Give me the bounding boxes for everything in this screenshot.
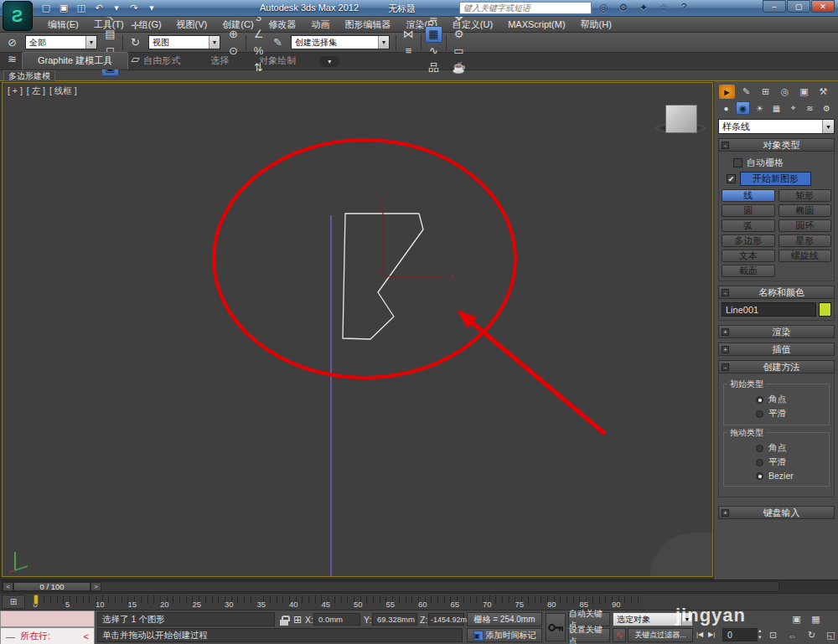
align-icon[interactable]: ≡ bbox=[400, 43, 417, 59]
menu-item[interactable]: 编辑(E) bbox=[40, 17, 86, 32]
geometry-category[interactable]: ● bbox=[719, 101, 733, 115]
curve-editor-icon[interactable]: ∿ bbox=[425, 43, 442, 59]
new-file-icon[interactable]: ▢ bbox=[39, 2, 54, 14]
start-new-shape-label[interactable]: 开始新图形 bbox=[740, 172, 811, 186]
close-button[interactable]: ✕ bbox=[811, 0, 835, 13]
drag-type-radio[interactable]: Bezier bbox=[756, 471, 825, 481]
frame-spinner[interactable]: ▴▾ bbox=[758, 627, 762, 641]
select-by-name-icon[interactable]: ▤ bbox=[101, 26, 119, 43]
render-icon[interactable]: ☕ bbox=[450, 59, 468, 76]
mirror-icon[interactable]: ⋈ bbox=[400, 26, 417, 43]
viewport-shading-menu[interactable]: [ 线框 ] bbox=[49, 85, 77, 97]
ribbon-collapse-icon[interactable]: ▾ bbox=[319, 56, 339, 67]
selection-lock-icon[interactable] bbox=[280, 620, 288, 626]
render-setup-icon[interactable]: ⚙ bbox=[450, 26, 468, 43]
name-color-rollout-header[interactable]: - 名称和颜色 bbox=[718, 286, 835, 299]
shape-button[interactable]: 线 bbox=[722, 189, 775, 202]
maximize-viewport-icon[interactable]: ◱ bbox=[822, 628, 838, 642]
current-frame-field[interactable]: 0 bbox=[722, 628, 758, 641]
redo-caret-icon[interactable]: ▾ bbox=[144, 2, 159, 14]
ribbon-tab[interactable]: Graphite 建模工具 bbox=[22, 52, 128, 70]
previous-key-button[interactable]: |◀ bbox=[696, 631, 703, 638]
modify-tab[interactable]: ✎ bbox=[738, 85, 754, 99]
autogrid-checkbox[interactable] bbox=[733, 158, 742, 167]
current-frame-marker[interactable] bbox=[34, 595, 39, 605]
shapes-category[interactable]: ◉ bbox=[736, 101, 750, 115]
creation-method-rollout-header[interactable]: - 创建方法 bbox=[718, 360, 835, 374]
undo-caret-icon[interactable]: ▾ bbox=[109, 2, 124, 14]
spacewarps-category[interactable]: ≋ bbox=[803, 101, 817, 115]
set-key-button[interactable]: 设置关键点 bbox=[568, 628, 610, 642]
viewport-view-menu[interactable]: [ 左 ] bbox=[27, 85, 45, 97]
schematic-view-icon[interactable]: 品 bbox=[425, 59, 442, 76]
keyboard-override-icon[interactable]: ✎ bbox=[269, 34, 287, 51]
initial-type-radio[interactable]: 平滑 bbox=[756, 408, 825, 420]
key-mode-toggle-button[interactable] bbox=[546, 613, 566, 641]
absolute-mode-icon[interactable]: ⊞ bbox=[293, 614, 302, 626]
rendered-frame-icon[interactable]: ▭ bbox=[450, 43, 468, 59]
menu-item[interactable]: 动画 bbox=[304, 17, 338, 32]
search-icon[interactable]: ◎ bbox=[597, 2, 610, 13]
menu-item[interactable]: 修改器 bbox=[261, 17, 304, 32]
undo-icon[interactable]: ↶ bbox=[91, 2, 106, 14]
object-color-swatch[interactable] bbox=[819, 302, 831, 317]
use-pivot-center-icon[interactable]: ⊕ bbox=[225, 26, 242, 43]
lights-category[interactable]: ☀ bbox=[753, 101, 767, 115]
help-icon[interactable]: ? bbox=[677, 2, 691, 13]
object-type-rollout-header[interactable]: - 对象类型 bbox=[718, 138, 835, 152]
pan-icon[interactable]: ⇔ bbox=[784, 628, 801, 642]
shape-button[interactable]: 文本 bbox=[722, 250, 775, 262]
maxscript-mini-listener[interactable] bbox=[0, 611, 95, 627]
z-coordinate-field[interactable]: -1454.92m bbox=[428, 613, 464, 626]
menu-item[interactable]: MAXScript(M) bbox=[500, 17, 572, 32]
object-name-field[interactable]: Line001 bbox=[722, 302, 816, 317]
keyboard-entry-rollout-header[interactable]: + 键盘输入 bbox=[718, 506, 835, 519]
unlink-selection-icon[interactable]: ⊘ bbox=[3, 34, 21, 51]
menu-item[interactable]: 图形编辑器 bbox=[338, 17, 399, 32]
initial-type-radio[interactable]: 角点 bbox=[756, 394, 825, 405]
search-input[interactable] bbox=[459, 2, 592, 14]
shape-button[interactable]: 多边形 bbox=[722, 234, 775, 247]
x-coordinate-field[interactable]: 0.0mm bbox=[313, 613, 360, 626]
utilities-tab[interactable]: ⚒ bbox=[815, 85, 831, 99]
helpers-category[interactable]: ⌖ bbox=[786, 101, 800, 115]
y-coordinate-field[interactable]: 69.328mm bbox=[372, 613, 417, 626]
save-file-icon[interactable]: ◫ bbox=[74, 2, 89, 14]
time-slider-grip[interactable]: 0 / 100 bbox=[13, 582, 91, 591]
hierarchy-tab[interactable]: ⊞ bbox=[758, 85, 773, 99]
shape-button[interactable]: 矩形 bbox=[779, 189, 832, 202]
start-new-shape-checkbox[interactable]: ✔ bbox=[727, 174, 736, 183]
reference-coordinate-dropdown[interactable]: 视图▼ bbox=[148, 35, 220, 49]
shape-category-dropdown[interactable]: 样条线 ▼ bbox=[718, 119, 835, 134]
app-menu-button[interactable]: S bbox=[3, 1, 33, 31]
ribbon-tab[interactable]: 对象绘制 bbox=[244, 53, 311, 70]
maxscript-listener-line[interactable]: — 所在行: < bbox=[0, 627, 95, 644]
zoom-extents-all-icon[interactable]: ▦ bbox=[807, 612, 825, 626]
systems-category[interactable]: ⚙ bbox=[820, 101, 834, 115]
motion-tab[interactable]: ◎ bbox=[777, 85, 793, 99]
previous-frame-button[interactable]: < bbox=[3, 582, 13, 591]
bind-to-space-warp-icon[interactable]: ≋ bbox=[3, 51, 21, 68]
minimize-button[interactable]: ‒ bbox=[763, 0, 786, 13]
menu-item[interactable]: 视图(V) bbox=[169, 17, 215, 32]
interpolation-rollout-header[interactable]: + 插值 bbox=[718, 343, 835, 356]
wrench-icon[interactable]: ⚙ bbox=[617, 2, 630, 13]
time-slider-track[interactable]: < 0 / 100 > bbox=[2, 581, 779, 592]
shape-button[interactable]: 圆 bbox=[722, 204, 775, 217]
ribbon-tab[interactable]: 自由形式 bbox=[128, 53, 195, 70]
orbit-icon[interactable]: ↻ bbox=[803, 628, 820, 642]
zoom-region-icon[interactable]: ⊡ bbox=[764, 628, 782, 642]
shape-button[interactable]: 螺旋线 bbox=[779, 250, 832, 262]
graphite-toggle-icon[interactable]: ▦ bbox=[425, 26, 442, 43]
shape-button[interactable]: 截面 bbox=[722, 265, 775, 277]
add-time-tag-button[interactable]: ▣ 添加时间标记 bbox=[467, 628, 542, 642]
polygon-modeling-panel[interactable]: 多边形建模 bbox=[3, 70, 55, 81]
menu-item[interactable]: 帮助(H) bbox=[573, 17, 619, 32]
left-viewport[interactable]: [ + ] [ 左 ] [ 线框 ] Y X bbox=[2, 82, 713, 577]
angle-snap-icon[interactable]: ∠ bbox=[250, 26, 267, 43]
shape-button[interactable]: 弧 bbox=[722, 219, 775, 232]
favorites-star-icon[interactable]: ☆ bbox=[657, 2, 670, 13]
selection-filter-dropdown[interactable]: 全部▼ bbox=[25, 35, 97, 49]
key-filters-button[interactable]: 关键点过滤器... bbox=[628, 628, 693, 642]
drag-type-radio[interactable]: 角点 bbox=[756, 442, 825, 454]
